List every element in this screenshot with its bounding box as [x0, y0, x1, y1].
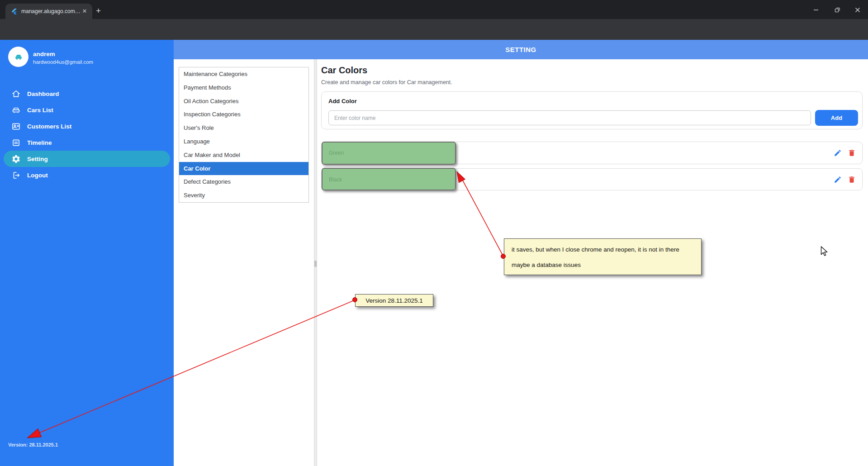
browser-tab[interactable]: manager.alugago.com/setting ✕: [5, 4, 92, 19]
add-color-label: Add Color: [328, 98, 357, 105]
logout-icon: [11, 170, 21, 180]
mouse-cursor: [821, 246, 830, 257]
menu-item-payment-methods[interactable]: Payment Methods: [179, 81, 308, 95]
page-subtitle: Create and manage car colors for Car man…: [321, 79, 452, 86]
menu-item-car-color[interactable]: Car Color: [179, 162, 308, 176]
flutter-favicon-icon: [11, 8, 18, 15]
sidebar-item-cars-list[interactable]: Cars List: [4, 102, 170, 118]
window-close-button[interactable]: [852, 5, 863, 14]
sidebar-item-timeline[interactable]: Timeline: [4, 134, 170, 151]
color-name-input[interactable]: [328, 110, 811, 125]
window-minimize-button[interactable]: [810, 5, 822, 14]
edit-pencil-icon[interactable]: [834, 149, 842, 157]
menu-item-users-role[interactable]: User's Role: [179, 121, 308, 135]
page-header-title: SETTING: [505, 46, 536, 53]
sidebar-item-customers-list[interactable]: Customers List: [4, 118, 170, 134]
browser-tab-strip: manager.alugago.com/setting ✕ +: [0, 0, 868, 19]
annotation-note-save: it saves, but when I close chrome and re…: [504, 238, 702, 275]
menu-item-severity[interactable]: Severity: [179, 189, 308, 202]
browser-toolbar: manager.alugago.com/setting Incognito: [0, 19, 868, 40]
sidebar-nav: Dashboard Cars List Customers List Timel…: [0, 86, 174, 183]
home-icon: [11, 89, 21, 99]
note-line: maybe a database issues: [512, 257, 694, 273]
user-name: andrem: [33, 51, 55, 57]
app-sidebar: andrem hardwood4us@gmail.com Dashboard C…: [0, 40, 174, 466]
customers-icon: [11, 121, 21, 131]
edit-pencil-icon[interactable]: [834, 176, 842, 184]
new-tab-button[interactable]: +: [96, 6, 101, 15]
annotation-dot: [352, 297, 357, 302]
page-header-bar: SETTING: [174, 40, 868, 59]
car-icon: [11, 105, 21, 115]
tab-close-icon[interactable]: ✕: [81, 7, 89, 15]
annotation-highlight-green: [322, 142, 456, 165]
delete-trash-icon[interactable]: [848, 176, 856, 184]
sidebar-version-text: Version: 28.11.2025.1: [8, 442, 58, 447]
add-button[interactable]: Add: [815, 110, 858, 126]
menu-item-maintenance-categories[interactable]: Maintenance Categories: [179, 67, 308, 81]
sidebar-item-dashboard[interactable]: Dashboard: [4, 86, 170, 102]
annotation-dot: [501, 254, 506, 259]
user-email: hardwood4us@gmail.com: [33, 59, 93, 65]
menu-item-oil-action-categories[interactable]: Oil Action Categories: [179, 95, 308, 108]
sidebar-item-logout[interactable]: Logout: [4, 167, 170, 183]
gear-icon: [11, 154, 21, 164]
menu-item-car-maker-and-model[interactable]: Car Maker and Model: [179, 148, 308, 162]
menu-item-inspection-categories[interactable]: Inspection Categories: [179, 108, 308, 121]
settings-menu: Maintenance Categories Payment Methods O…: [179, 67, 309, 203]
note-line: it saves, but when I close chrome and re…: [512, 242, 694, 257]
page-title: Car Colors: [321, 65, 367, 76]
tab-title: manager.alugago.com/setting: [21, 8, 81, 14]
annotation-note-version: Version 28.11.2025.1: [355, 294, 433, 307]
menu-item-language[interactable]: Language: [179, 135, 308, 148]
timeline-icon: [11, 138, 21, 147]
avatar: [8, 47, 28, 67]
panel-divider-handle[interactable]: [314, 261, 317, 267]
annotation-highlight-black: [322, 168, 456, 190]
menu-item-defect-categories[interactable]: Defect Categories: [179, 175, 308, 189]
window-restore-button[interactable]: [831, 5, 843, 14]
delete-trash-icon[interactable]: [848, 149, 856, 157]
sidebar-item-setting[interactable]: Setting: [4, 151, 170, 167]
